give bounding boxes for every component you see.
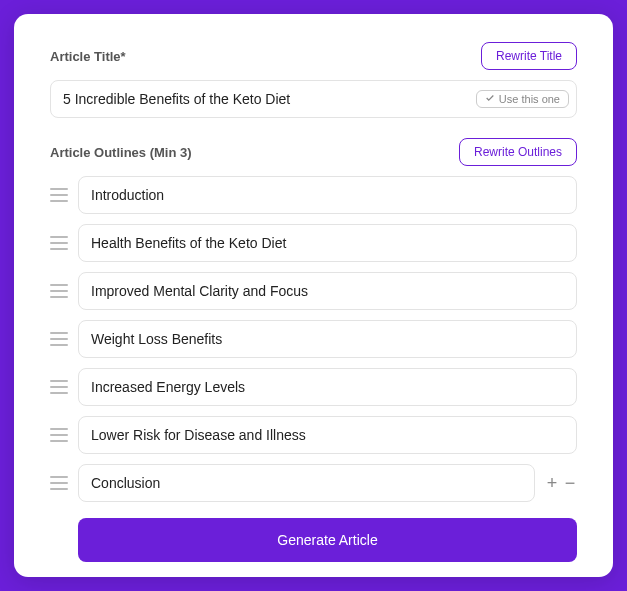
remove-outline-icon[interactable]: − bbox=[563, 476, 577, 490]
outline-row bbox=[50, 176, 577, 214]
add-outline-icon[interactable]: + bbox=[545, 476, 559, 490]
drag-handle-icon[interactable] bbox=[50, 428, 68, 442]
outline-input[interactable] bbox=[78, 272, 577, 310]
outline-row bbox=[50, 272, 577, 310]
outline-input[interactable] bbox=[78, 464, 535, 502]
rewrite-outlines-button[interactable]: Rewrite Outlines bbox=[459, 138, 577, 166]
outline-row bbox=[50, 368, 577, 406]
use-badge-label: Use this one bbox=[499, 93, 560, 105]
outline-input[interactable] bbox=[78, 224, 577, 262]
drag-handle-icon[interactable] bbox=[50, 332, 68, 346]
outline-row bbox=[50, 224, 577, 262]
drag-handle-icon[interactable] bbox=[50, 236, 68, 250]
article-outlines-label: Article Outlines (Min 3) bbox=[50, 145, 192, 160]
outline-row: +− bbox=[50, 464, 577, 502]
row-controls: +− bbox=[545, 476, 577, 490]
outline-input[interactable] bbox=[78, 176, 577, 214]
drag-handle-icon[interactable] bbox=[50, 284, 68, 298]
outlines-section-head: Article Outlines (Min 3) Rewrite Outline… bbox=[50, 138, 577, 166]
title-section-head: Article Title* Rewrite Title bbox=[50, 42, 577, 70]
use-this-one-button[interactable]: Use this one bbox=[476, 90, 569, 108]
check-icon bbox=[485, 93, 495, 105]
outline-row bbox=[50, 416, 577, 454]
drag-handle-icon[interactable] bbox=[50, 188, 68, 202]
outline-input[interactable] bbox=[78, 368, 577, 406]
outlines-list: +− bbox=[50, 176, 577, 502]
outline-input[interactable] bbox=[78, 416, 577, 454]
outline-input[interactable] bbox=[78, 320, 577, 358]
drag-handle-icon[interactable] bbox=[50, 380, 68, 394]
article-title-label: Article Title* bbox=[50, 49, 126, 64]
generate-article-button[interactable]: Generate Article bbox=[78, 518, 577, 562]
outline-row bbox=[50, 320, 577, 358]
title-input-wrap: Use this one bbox=[50, 80, 577, 118]
rewrite-title-button[interactable]: Rewrite Title bbox=[481, 42, 577, 70]
form-card: Article Title* Rewrite Title Use this on… bbox=[14, 14, 613, 577]
drag-handle-icon[interactable] bbox=[50, 476, 68, 490]
